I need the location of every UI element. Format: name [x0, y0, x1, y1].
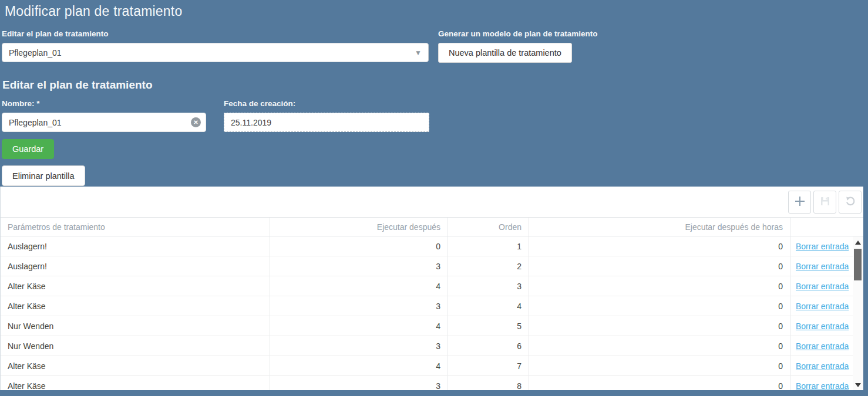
page-title: Modificar plan de tratamiento [5, 4, 866, 19]
table-row: Alter Käse470Borrar entrada [1, 356, 863, 376]
table-row: Nur Wenden450Borrar entrada [1, 316, 863, 336]
date-field-group: Fecha de creación: [224, 99, 429, 132]
name-field-group: Nombre: * ✕ [2, 99, 206, 132]
table-cell[interactable]: 7 [448, 356, 529, 375]
plan-select-group: Editar el plan de tratamiento Pflegeplan… [2, 29, 429, 63]
table-cell[interactable]: Alter Käse [1, 356, 270, 375]
table-cell-actions: Borrar entrada [790, 236, 853, 256]
column-header-ejecutar-horas[interactable]: Ejecutar después de horas [529, 218, 790, 236]
creation-date-input[interactable] [224, 113, 429, 132]
table-row: Alter Käse340Borrar entrada [1, 296, 863, 316]
table-cell[interactable]: 4 [448, 296, 529, 316]
plan-selection-row: Editar el plan de tratamiento Pflegeplan… [2, 29, 866, 63]
table-cell[interactable]: 0 [529, 256, 790, 276]
plus-icon [793, 195, 806, 209]
clear-input-icon[interactable]: ✕ [191, 117, 201, 127]
delete-entry-link[interactable]: Borrar entrada [796, 361, 849, 371]
table-cell[interactable]: 3 [270, 376, 448, 390]
table-cell-actions: Borrar entrada [790, 296, 853, 316]
delete-entry-link[interactable]: Borrar entrada [796, 242, 849, 251]
name-input-wrap: ✕ [2, 113, 206, 132]
name-input[interactable] [2, 113, 206, 132]
table-cell-actions: Borrar entrada [790, 356, 853, 375]
column-header-parametros[interactable]: Parámetros de tratamiento [1, 218, 270, 236]
delete-entry-link[interactable]: Borrar entrada [796, 381, 849, 391]
table-header-row: Parámetros de tratamiento Ejecutar despu… [1, 217, 863, 236]
plan-select-value: Pflegeplan_01 [9, 48, 62, 57]
table-cell[interactable]: 3 [270, 336, 448, 356]
table-row: Alter Käse380Borrar entrada [1, 376, 863, 390]
plan-select[interactable]: Pflegeplan_01 ▼ [2, 43, 429, 62]
table-cell[interactable]: 0 [529, 376, 790, 390]
disk-icon [819, 195, 831, 209]
table-cell[interactable]: Auslagern! [1, 256, 270, 276]
save-grid-button [813, 191, 836, 214]
table-row: Alter Käse430Borrar entrada [1, 276, 863, 296]
name-label: Nombre: * [2, 99, 206, 108]
column-header-ejecutar-despues[interactable]: Ejecutar después [270, 218, 448, 236]
table-cell[interactable]: 4 [270, 276, 448, 296]
scroll-down-arrow-icon[interactable] [855, 383, 861, 387]
delete-entry-link[interactable]: Borrar entrada [796, 341, 849, 351]
table-cell[interactable]: Nur Wenden [1, 336, 270, 356]
table-cell-actions: Borrar entrada [790, 276, 853, 296]
treatment-parameters-panel: Parámetros de tratamiento Ejecutar despu… [0, 187, 863, 390]
scrollbar-thumb[interactable] [854, 249, 862, 280]
table-cell[interactable]: Nur Wenden [1, 316, 270, 336]
undo-button [839, 191, 862, 214]
table-cell-actions: Borrar entrada [790, 256, 853, 276]
column-header-orden[interactable]: Orden [448, 218, 529, 236]
edit-plan-label: Editar el plan de tratamiento [2, 29, 429, 38]
undo-icon [845, 195, 856, 209]
table-body: Auslagern!010Borrar entradaAuslagern!320… [1, 236, 863, 390]
new-template-button[interactable]: Nueva plantilla de tratamiento [438, 43, 572, 63]
table-cell[interactable]: 0 [529, 296, 790, 316]
table-cell-actions: Borrar entrada [790, 376, 853, 390]
delete-entry-link[interactable]: Borrar entrada [796, 302, 849, 311]
table-cell[interactable]: 0 [270, 236, 448, 256]
table-row: Auslagern!320Borrar entrada [1, 256, 863, 276]
generate-template-group: Generar un modelo de plan de tratamiento… [438, 29, 598, 63]
plan-fields-row: Nombre: * ✕ Fecha de creación: [2, 99, 866, 132]
creation-date-label: Fecha de creación: [224, 99, 429, 108]
delete-entry-link[interactable]: Borrar entrada [796, 321, 849, 331]
form-area: Modificar plan de tratamiento Editar el … [0, 0, 868, 186]
column-header-actions [790, 218, 853, 236]
edit-plan-section-title: Editar el plan de tratamiento [2, 79, 866, 92]
add-row-button[interactable] [788, 191, 811, 214]
table-cell[interactable]: 0 [529, 356, 790, 375]
table-cell[interactable]: 4 [270, 316, 448, 336]
table-cell[interactable]: 3 [448, 276, 529, 296]
table-cell[interactable]: 2 [448, 256, 529, 276]
table-cell[interactable]: 6 [448, 336, 529, 356]
table-cell[interactable]: 0 [529, 316, 790, 336]
table-row: Auslagern!010Borrar entrada [1, 236, 863, 256]
table-cell[interactable]: Alter Käse [1, 276, 270, 296]
table-cell-actions: Borrar entrada [790, 336, 853, 356]
table-cell[interactable]: Auslagern! [1, 236, 270, 256]
table-cell[interactable]: 5 [448, 316, 529, 336]
grid-toolbar [1, 187, 863, 217]
table-cell[interactable]: 0 [529, 236, 790, 256]
generate-template-label: Generar un modelo de plan de tratamiento [438, 29, 598, 38]
vertical-scrollbar[interactable] [853, 236, 863, 390]
table-cell[interactable]: 3 [270, 256, 448, 276]
chevron-down-icon: ▼ [415, 49, 422, 57]
delete-entry-link[interactable]: Borrar entrada [796, 282, 849, 291]
table-cell[interactable]: 3 [270, 296, 448, 316]
delete-template-button[interactable]: Eliminar plantilla [2, 165, 85, 186]
table-cell-actions: Borrar entrada [790, 316, 853, 336]
table-cell[interactable]: Alter Käse [1, 376, 270, 390]
save-button[interactable]: Guardar [2, 139, 54, 159]
delete-entry-link[interactable]: Borrar entrada [796, 262, 849, 271]
table-cell[interactable]: 0 [529, 336, 790, 356]
table-cell[interactable]: Alter Käse [1, 296, 270, 316]
table-cell[interactable]: 4 [270, 356, 448, 375]
scroll-up-arrow-icon[interactable] [855, 241, 861, 245]
table-row: Nur Wenden360Borrar entrada [1, 336, 863, 356]
table-cell[interactable]: 8 [448, 376, 529, 390]
table-cell[interactable]: 0 [529, 276, 790, 296]
table-cell[interactable]: 1 [448, 236, 529, 256]
